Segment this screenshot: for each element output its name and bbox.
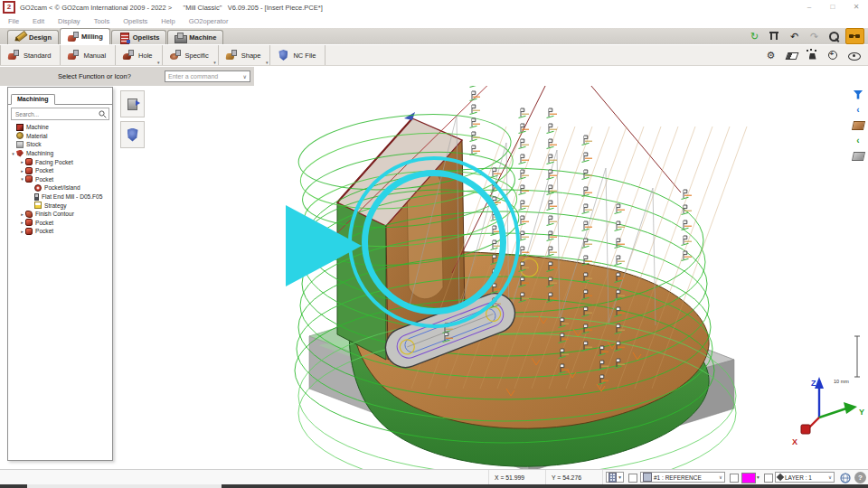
ribbon-button-label: Manual <box>83 52 106 60</box>
machine-axes-button[interactable]: ⚙ <box>762 48 779 62</box>
undo-button[interactable]: ↶ <box>786 29 803 43</box>
manual-button[interactable]: Manual <box>61 45 116 65</box>
layer-checkbox[interactable] <box>764 474 773 483</box>
menu-help[interactable]: Help <box>161 17 175 25</box>
tree-expand-icon[interactable]: ▾ <box>10 151 16 156</box>
menu-display[interactable]: Display <box>58 17 80 25</box>
menu-tools[interactable]: Tools <box>94 17 110 25</box>
command-combobox[interactable]: Enter a command ∨ <box>165 70 250 82</box>
maximize-button[interactable]: □ <box>821 1 844 14</box>
prompt-label: Select Function or Icon? <box>58 72 131 80</box>
magic-icon <box>807 50 819 61</box>
tree-expand-icon[interactable]: ▸ <box>19 220 25 225</box>
sync-button[interactable]: ↻ <box>746 29 763 43</box>
pocket-icon <box>25 158 33 165</box>
tree-item-facing-pocket[interactable]: ▸Facing Pocket <box>8 157 112 166</box>
color-swatch[interactable] <box>741 473 756 483</box>
grid-checkbox[interactable] <box>628 474 637 483</box>
menu-file[interactable]: File <box>8 17 19 25</box>
tree-expand-icon[interactable]: ▸ <box>19 159 25 164</box>
machining-panel-tab[interactable]: Machining <box>11 94 55 105</box>
ribbon-buttons: StandardManualHole▾Specific▾Shape▾NC Fil… <box>0 45 326 65</box>
tree-expand-icon[interactable]: ▸ <box>19 229 25 234</box>
shape-button[interactable]: Shape▾ <box>219 45 271 65</box>
tabs: DesignMillingOpelistsMachine <box>7 28 224 44</box>
close-button[interactable]: ✕ <box>844 1 868 14</box>
tree-search-box[interactable] <box>11 108 109 120</box>
ribbon-button-label: Specific <box>185 52 209 60</box>
swatch-dropdown-icon[interactable]: ▾ <box>757 474 760 480</box>
pocket-icon <box>25 175 33 183</box>
play-button-icon[interactable] <box>286 205 362 286</box>
status-bar: X = 51.999 Y = 54.276 ▾ #1 : REFERENCE ∨… <box>0 469 868 484</box>
tree-item-pocket[interactable]: ▸Pocket <box>8 166 112 175</box>
simulation-button[interactable] <box>120 90 145 117</box>
tree-item-pocket-island[interactable]: Pocket/Island <box>8 183 112 192</box>
tree-expand-icon[interactable]: ▸ <box>19 168 25 174</box>
menu-edit[interactable]: Edit <box>33 17 44 25</box>
tree-item-pocket[interactable]: ▸Pocket <box>8 227 112 236</box>
tree-item-pocket[interactable]: ▾Pocket <box>8 175 112 184</box>
tree-item-machine[interactable]: Machine <box>8 123 112 132</box>
menu-bar: FileEditDisplayToolsOpelistsHelpGO2opera… <box>0 14 868 28</box>
tab-machine[interactable]: Machine <box>167 30 223 44</box>
tab-design[interactable]: Design <box>7 30 59 44</box>
quick-toolbar-2: ⚙ <box>762 45 868 65</box>
tree-item-flat-end-mill-d05-f05[interactable]: Flat End Mill - D05.F05 <box>8 192 112 202</box>
x-coordinate: X = 51.999 <box>488 470 545 484</box>
hole-button[interactable]: Hole▾ <box>116 45 162 65</box>
stock-box-icon <box>851 152 864 161</box>
chevron-left-green-button[interactable]: ‹ <box>852 135 865 146</box>
tab-opelists[interactable]: Opelists <box>111 30 167 44</box>
tab-milling[interactable]: Milling <box>60 28 110 44</box>
tree-item-stock[interactable]: Stock <box>8 140 112 149</box>
reference-combobox[interactable]: #1 : REFERENCE ∨ <box>640 472 725 483</box>
stock-box-button[interactable] <box>852 150 865 162</box>
redo-icon: ↷ <box>810 32 818 42</box>
tree-item-strategy[interactable]: Strategy <box>8 201 112 210</box>
redo-button[interactable]: ↷ <box>806 29 823 43</box>
tree-item-finish-contour[interactable]: ▸Finish Contour <box>8 210 112 219</box>
video-progress-bar[interactable] <box>0 484 868 488</box>
hole-tool-icon <box>122 50 134 61</box>
caliper-button[interactable] <box>766 29 783 43</box>
chevron-left-blue-icon: ‹ <box>856 106 859 115</box>
tree-item-material[interactable]: Material <box>8 132 112 141</box>
viewport-right-strip: ‹‹ <box>850 89 866 162</box>
tree-search-input[interactable] <box>14 110 99 118</box>
menu-opelists[interactable]: Opelists <box>123 17 147 25</box>
tree-item-label: Finish Contour <box>35 211 74 217</box>
standard-button[interactable]: Standard <box>0 45 61 65</box>
tree-item-label: Machining <box>26 150 53 156</box>
eye-button[interactable] <box>845 48 863 62</box>
play-overlay-inner-ring[interactable] <box>362 170 506 314</box>
glasses-button[interactable] <box>845 28 864 44</box>
app-icon: 2 <box>3 1 15 14</box>
filter-button[interactable] <box>852 89 865 100</box>
menu-go2operator[interactable]: GO2operator <box>189 17 229 25</box>
specific-button[interactable]: Specific▾ <box>163 45 219 65</box>
part-box-button[interactable] <box>852 119 865 131</box>
machine-tab-icon <box>175 33 186 43</box>
layer-combobox[interactable]: LAYER : 1 ∨ <box>775 472 835 483</box>
z-axis-label: Z <box>811 379 816 388</box>
material-icon <box>16 132 24 139</box>
view-sphere-button[interactable] <box>839 472 851 483</box>
zoom-button[interactable] <box>826 29 843 43</box>
grid-button[interactable]: ▾ <box>606 472 624 483</box>
help-button[interactable]: ? <box>854 472 866 483</box>
reference-checkbox[interactable] <box>730 474 739 483</box>
eraser-button[interactable] <box>783 48 800 62</box>
chevron-left-blue-button[interactable]: ‹ <box>852 104 865 116</box>
minimize-button[interactable]: – <box>797 1 821 14</box>
tree-expand-icon[interactable]: ▾ <box>19 176 25 182</box>
nc-file-button[interactable]: NC File <box>270 45 326 65</box>
window-title: GO2cam < © GO2cam International 2009 - 2… <box>20 4 323 12</box>
tree-item-pocket[interactable]: ▸Pocket <box>8 219 112 228</box>
prompt-bar: Select Function or Icon? Enter a command… <box>0 67 254 87</box>
tree-expand-icon[interactable]: ▸ <box>19 211 25 217</box>
zoom-target-button[interactable] <box>825 48 842 62</box>
magic-button[interactable] <box>804 48 821 62</box>
tool-display-button[interactable] <box>120 121 145 148</box>
tree-item-machining[interactable]: ▾Machining <box>8 149 112 158</box>
